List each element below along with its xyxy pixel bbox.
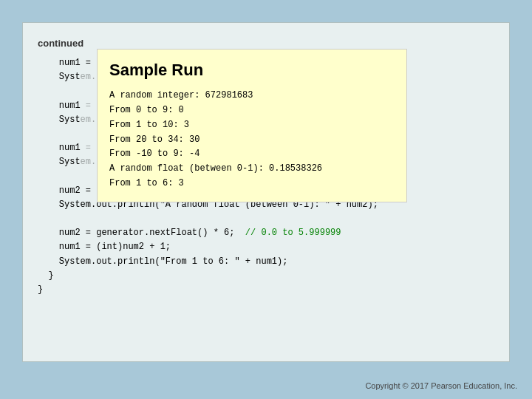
code-area: Sample Run A random integer: 672981683 F…	[38, 56, 494, 297]
code-line: }	[38, 269, 494, 283]
code-line: System.out.println("From 1 to 6: " + num…	[38, 255, 494, 269]
code-line	[38, 212, 494, 226]
continued-label: continued	[38, 38, 494, 49]
code-line: }	[38, 283, 494, 297]
sample-run-popup: Sample Run A random integer: 672981683 F…	[97, 49, 407, 202]
sample-run-body: A random integer: 672981683 From 0 to 9:…	[109, 89, 395, 191]
code-line: num1 = (int)num2 + 1;	[38, 240, 494, 254]
code-line: num2 = generator.nextFloat() * 6; // 0.0…	[38, 226, 494, 240]
sample-run-title: Sample Run	[109, 57, 395, 83]
copyright-text: Copyright © 2017 Pearson Education, Inc.	[365, 381, 517, 390]
main-panel: continued Sample Run A random integer: 6…	[22, 22, 510, 362]
